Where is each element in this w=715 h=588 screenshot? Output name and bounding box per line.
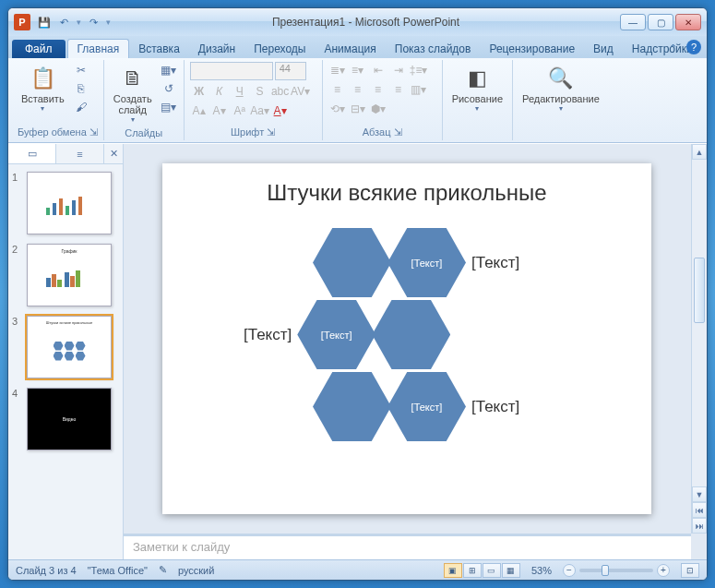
redo-icon[interactable]: ↷ xyxy=(85,14,101,30)
sorter-view-button[interactable]: ⊞ xyxy=(463,563,482,578)
spellcheck-icon[interactable]: ✎ xyxy=(159,564,167,576)
new-slide-button[interactable]: 🗎 Создать слайд ▾ xyxy=(110,62,156,126)
slide-thumbnail[interactable]: 4 Видео xyxy=(12,388,119,450)
save-icon[interactable]: 💾 xyxy=(36,14,53,30)
paste-button[interactable]: 📋 Вставить ▾ xyxy=(18,62,68,114)
hexagon-shape[interactable] xyxy=(313,372,391,441)
text-direction-button[interactable]: ⟲▾ xyxy=(328,101,347,117)
scroll-down-icon[interactable]: ▼ xyxy=(692,486,707,502)
font-size-combo[interactable]: 44 xyxy=(275,62,306,80)
section-icon[interactable]: ▤▾ xyxy=(160,99,178,115)
numbering-button[interactable]: ≡▾ xyxy=(349,62,367,78)
slide-thumbnail[interactable]: 2 График xyxy=(12,244,119,306)
smartart-hexagons[interactable]: [Текст] [Текст] [Текст] [Текст] [Текст] … xyxy=(227,228,614,496)
svg-rect-3 xyxy=(66,206,69,215)
help-icon[interactable]: ? xyxy=(686,40,701,54)
slide-viewport[interactable]: Штучки всякие прикольные [Текст] [Текст]… xyxy=(124,144,707,534)
zoom-thumb[interactable] xyxy=(602,565,609,576)
language-status[interactable]: русский xyxy=(178,565,214,576)
minimize-button[interactable]: — xyxy=(620,14,646,30)
clear-format-button[interactable]: Aª xyxy=(231,102,249,119)
normal-view-button[interactable]: ▣ xyxy=(444,563,462,578)
strike-button[interactable]: S xyxy=(251,83,269,100)
tab-slideshow[interactable]: Показ слайдов xyxy=(386,40,481,58)
hexagon-shape[interactable]: [Текст] xyxy=(297,300,375,369)
fit-window-button[interactable]: ⊡ xyxy=(681,563,699,578)
align-center-button[interactable]: ≡ xyxy=(349,81,367,98)
bullets-button[interactable]: ≣▾ xyxy=(328,62,347,78)
zoom-out-button[interactable]: − xyxy=(563,564,576,577)
tab-view[interactable]: Вид xyxy=(584,40,623,58)
spacing-button[interactable]: AV▾ xyxy=(292,83,310,100)
vertical-scrollbar[interactable]: ▲ ▼ ⏮ ⏭ xyxy=(691,144,707,534)
hexagon-shape[interactable] xyxy=(372,300,450,369)
hexagon-shape[interactable]: [Текст] xyxy=(387,228,466,297)
close-button[interactable]: ✕ xyxy=(675,14,701,30)
align-left-button[interactable]: ≡ xyxy=(328,81,347,98)
layout-icon[interactable]: ▦▾ xyxy=(160,62,178,78)
italic-button[interactable]: К xyxy=(210,83,229,100)
indent-inc-button[interactable]: ⇥ xyxy=(389,62,408,78)
reading-view-button[interactable]: ▭ xyxy=(483,563,501,578)
align-text-button[interactable]: ⊟▾ xyxy=(349,101,367,117)
panel-close-icon[interactable]: ✕ xyxy=(104,144,123,163)
zoom-percent[interactable]: 53% xyxy=(531,565,552,576)
underline-button[interactable]: Ч xyxy=(231,83,249,100)
shadow-button[interactable]: abc xyxy=(271,83,290,100)
hex-text-label[interactable]: [Текст] xyxy=(244,326,292,344)
format-painter-icon[interactable]: 🖌 xyxy=(72,99,90,115)
hex-text-label[interactable]: [Текст] xyxy=(471,398,519,416)
qat-dropdown-icon[interactable]: ▾ xyxy=(75,18,82,27)
drawing-button[interactable]: ◧ Рисование ▾ xyxy=(448,62,506,114)
justify-button[interactable]: ≡ xyxy=(389,81,408,98)
quick-access-toolbar: 💾 ↶ ▾ ↷ ▾ xyxy=(36,14,112,30)
scroll-thumb[interactable] xyxy=(694,258,705,323)
columns-button[interactable]: ▥▾ xyxy=(410,81,428,98)
reset-icon[interactable]: ↺ xyxy=(160,80,178,97)
zoom-in-button[interactable]: + xyxy=(657,564,670,577)
file-tab[interactable]: Файл xyxy=(12,40,66,58)
slide-title[interactable]: Штучки всякие прикольные xyxy=(162,180,651,206)
zoom-track[interactable] xyxy=(579,569,653,572)
tab-design[interactable]: Дизайн xyxy=(189,40,244,58)
slideshow-view-button[interactable]: ▦ xyxy=(502,563,520,578)
undo-icon[interactable]: ↶ xyxy=(55,14,72,30)
hex-text-label[interactable]: [Текст] xyxy=(471,254,519,272)
scroll-track[interactable] xyxy=(692,160,707,486)
hexagon-shape[interactable] xyxy=(313,228,391,297)
tab-review[interactable]: Рецензирование xyxy=(480,40,584,58)
hexagon-shape[interactable]: [Текст] xyxy=(387,372,466,441)
cut-icon[interactable]: ✂ xyxy=(72,62,90,78)
font-name-combo[interactable] xyxy=(190,62,273,80)
smartart-button[interactable]: ⬢▾ xyxy=(369,101,387,117)
thumbnail-list[interactable]: 1 2 График 3 Штучки всякие прикольные xyxy=(8,164,123,559)
change-case-button[interactable]: Aa▾ xyxy=(251,102,269,119)
shrink-font-button[interactable]: A▾ xyxy=(210,102,229,119)
outline-tab[interactable]: ≡ xyxy=(56,144,104,163)
bold-button[interactable]: Ж xyxy=(190,83,209,100)
grow-font-button[interactable]: A▴ xyxy=(190,102,209,119)
slide-thumbnail[interactable]: 1 xyxy=(12,172,119,234)
tab-transitions[interactable]: Переходы xyxy=(244,40,315,58)
notes-pane[interactable]: Заметки к слайду xyxy=(124,534,691,559)
align-right-button[interactable]: ≡ xyxy=(369,81,387,98)
minimize-ribbon-icon[interactable]: ⌃ xyxy=(664,40,681,56)
copy-icon[interactable]: ⎘ xyxy=(72,80,90,97)
prev-slide-icon[interactable]: ⏮ xyxy=(692,502,707,518)
tab-home[interactable]: Главная xyxy=(67,39,130,58)
qat-customize-icon[interactable]: ▾ xyxy=(104,18,112,27)
font-color-button[interactable]: A▾ xyxy=(271,102,290,119)
maximize-button[interactable]: ▢ xyxy=(648,14,673,30)
next-slide-icon[interactable]: ⏭ xyxy=(692,518,707,534)
tab-insert[interactable]: Вставка xyxy=(129,40,189,58)
scroll-up-icon[interactable]: ▲ xyxy=(692,144,707,160)
editing-button[interactable]: 🔍 Редактирование ▾ xyxy=(518,62,603,114)
slide-canvas[interactable]: Штучки всякие прикольные [Текст] [Текст]… xyxy=(162,163,651,514)
slides-tab[interactable]: ▭ xyxy=(8,144,56,163)
ribbon: 📋 Вставить ▾ ✂ ⎘ 🖌 Буфер обмена ⇲ 🗎 Созд… xyxy=(8,58,707,143)
slide-thumbnail[interactable]: 3 Штучки всякие прикольные xyxy=(12,316,119,378)
svg-rect-1 xyxy=(53,203,56,215)
tab-animations[interactable]: Анимация xyxy=(315,40,385,58)
linespacing-button[interactable]: ‡≡▾ xyxy=(410,62,428,78)
indent-dec-button[interactable]: ⇤ xyxy=(369,62,387,78)
